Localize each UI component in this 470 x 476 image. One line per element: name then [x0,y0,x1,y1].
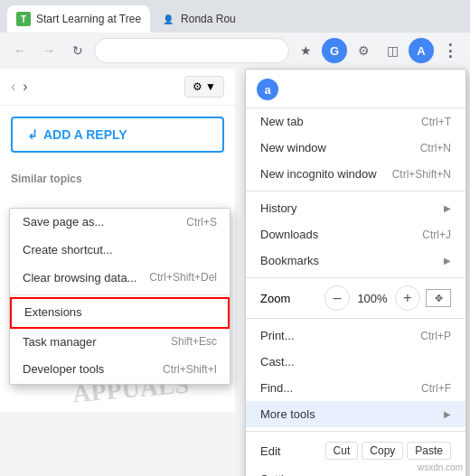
forward-btn[interactable]: → [36,38,61,63]
gear-icon[interactable]: ⚙ [351,38,376,63]
star-icon[interactable]: ★ [293,38,318,63]
back-arrow[interactable]: ‹ [11,79,15,95]
zoom-minus-btn[interactable]: – [324,285,350,311]
omnibox[interactable] [94,38,289,63]
tab-1-icon: T [16,12,31,26]
similar-topics-label: Similar topics [0,163,235,189]
paste-btn[interactable]: Paste [407,442,451,460]
zoom-row: Zoom – 100% + ✥ [246,282,465,314]
browser-chrome: T Start Learning at Tree 👤 Ronda Rou ← →… [0,0,470,69]
toolbar: ← → ↻ ★ G ⚙ ◫ A ⋮ [0,33,470,69]
menu-item-more-tools[interactable]: More tools [246,401,465,427]
zoom-value: 100% [350,292,395,305]
tab-2-icon: 👤 [161,12,175,26]
ctx-divider-1 [10,294,230,295]
zoom-expand-btn[interactable]: ✥ [426,289,451,307]
menu-divider-3 [246,318,465,319]
reply-label: ADD A REPLY [43,127,127,142]
cut-btn[interactable]: Cut [325,442,359,460]
context-menu-left: Save page as... Ctrl+S Create shortcut..… [9,208,230,385]
add-reply-btn[interactable]: ↲ ADD A REPLY [11,117,224,153]
menu-item-print[interactable]: Print... Ctrl+P [246,322,465,349]
menu-item-bookmarks[interactable]: Bookmarks [246,247,465,274]
zoom-plus-btn[interactable]: + [395,285,420,311]
menu-item-incognito[interactable]: New incognito window Ctrl+Shift+N [246,161,465,187]
menu-button[interactable]: ⋮ [437,38,463,63]
ctx-item-clear[interactable]: Clear browsing data... Ctrl+Shift+Del [10,265,230,293]
ctx-item-shortcut[interactable]: Create shortcut... [10,237,230,265]
menu-item-edit[interactable]: Edit Cut Copy Paste [246,435,465,466]
zoom-label: Zoom [260,292,290,305]
menu-divider-2 [246,277,465,278]
chrome-menu: a New tab Ctrl+T New window Ctrl+N New i… [245,69,466,476]
profile-avatar[interactable]: A [409,38,434,63]
menu-item-find[interactable]: Find... Ctrl+F [246,375,465,401]
forward-arrow[interactable]: › [23,79,27,95]
menu-item-downloads[interactable]: Downloads Ctrl+J [246,221,465,247]
ctx-item-devtools[interactable]: Developer tools Ctrl+Shift+I [10,356,230,384]
tab-1-label: Start Learning at Tree [36,13,141,25]
gear-settings-btn[interactable]: ⚙ ▼ [184,76,224,98]
back-btn[interactable]: ← [7,38,33,63]
chrome-icon[interactable]: G [322,38,347,63]
zoom-controls: – 100% + ✥ [324,285,451,311]
ctx-item-task-manager[interactable]: Task manager Shift+Esc [10,329,230,357]
credit-label: wsxdn.com [418,462,463,472]
page-nav-bar: ‹ › ⚙ ▼ [0,69,235,106]
ctx-item-save[interactable]: Save page as... Ctrl+S [10,209,230,237]
tab-bar: T Start Learning at Tree 👤 Ronda Rou [0,0,470,33]
edit-inline-controls: Cut Copy Paste [325,442,451,460]
copy-btn[interactable]: Copy [362,442,403,460]
ctx-item-extensions[interactable]: Extensions [10,297,230,329]
tab-2-label: Ronda Rou [181,13,236,25]
puzzle-icon[interactable]: ◫ [380,38,405,63]
tab-1[interactable]: T Start Learning at Tree [7,5,150,33]
menu-item-new-tab[interactable]: New tab Ctrl+T [246,108,465,135]
reload-btn[interactable]: ↻ [65,38,90,63]
chrome-menu-header: a [246,73,465,108]
menu-divider-1 [246,191,465,191]
menu-item-cast[interactable]: Cast... [246,349,465,375]
reply-icon: ↲ [27,127,38,142]
menu-item-new-window[interactable]: New window Ctrl+N [246,135,465,161]
menu-divider-4 [246,431,465,432]
tab-2[interactable]: 👤 Ronda Rou [152,5,245,33]
menu-item-history[interactable]: History [246,195,465,221]
chrome-menu-avatar: a [257,79,278,100]
